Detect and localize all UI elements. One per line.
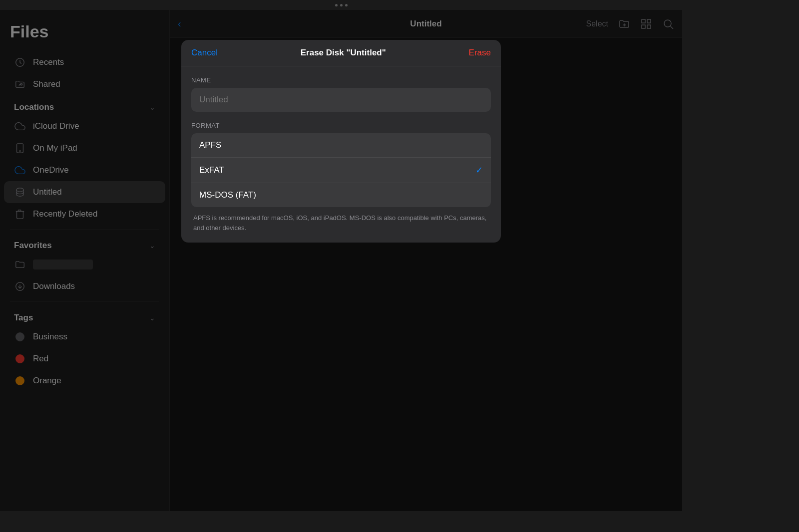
top-dot-2 — [340, 4, 343, 6]
cancel-button[interactable]: Cancel — [191, 48, 218, 58]
dialog-title: Erase Disk "Untitled" — [301, 48, 386, 58]
dialog-header: Cancel Erase Disk "Untitled" Erase — [181, 40, 501, 66]
format-field-label: FORMAT — [191, 122, 491, 129]
format-option-msdos[interactable]: MS-DOS (FAT) — [191, 183, 491, 207]
top-dots — [335, 4, 348, 6]
format-options: APFS ExFAT ✓ MS-DOS (FAT) — [191, 133, 491, 207]
format-option-exfat[interactable]: ExFAT ✓ — [191, 158, 491, 183]
format-description: APFS is recommended for macOS, iOS, and … — [191, 213, 491, 233]
name-field-label: NAME — [191, 76, 491, 84]
main-layout: Files Recents Shared — [0, 10, 682, 511]
dialog-overlay: Cancel Erase Disk "Untitled" Erase NAME … — [0, 10, 682, 511]
top-dot-1 — [335, 4, 338, 6]
exfat-checkmark-icon: ✓ — [475, 165, 483, 176]
name-input[interactable] — [191, 88, 491, 112]
format-option-apfs[interactable]: APFS — [191, 133, 491, 158]
content-area: ‹ Untitled Select — [170, 10, 682, 511]
format-exfat-label: ExFAT — [199, 165, 224, 175]
format-msdos-label: MS-DOS (FAT) — [199, 190, 256, 200]
erase-button[interactable]: Erase — [469, 48, 491, 58]
top-bar — [0, 0, 682, 10]
top-dot-3 — [345, 4, 348, 6]
erase-disk-dialog: Cancel Erase Disk "Untitled" Erase NAME … — [181, 40, 501, 243]
dialog-body: NAME FORMAT APFS ExFAT ✓ — [181, 66, 501, 243]
format-apfs-label: APFS — [199, 140, 221, 150]
